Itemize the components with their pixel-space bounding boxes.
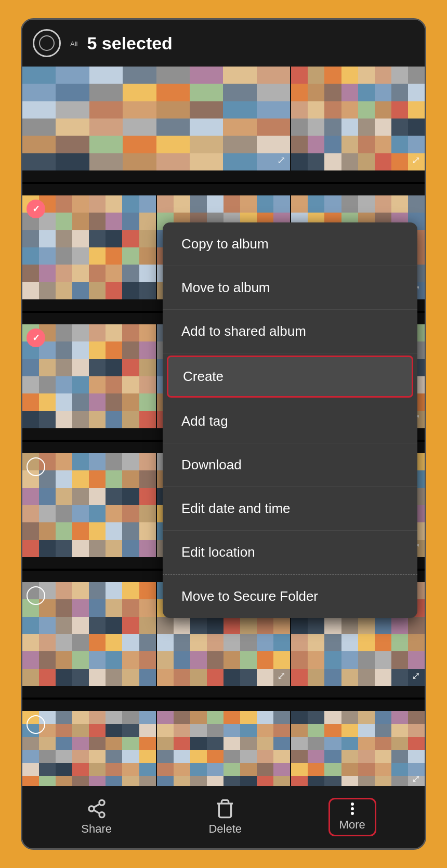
delete-button[interactable]: Delete — [198, 794, 252, 840]
svg-line-3 — [94, 810, 99, 814]
selected-count: 5 selected — [87, 33, 172, 54]
all-label: All — [70, 40, 77, 48]
photo-cell[interactable]: ✓ — [22, 195, 156, 299]
photo-cell[interactable] — [157, 711, 291, 789]
more-button[interactable]: More — [328, 798, 376, 836]
select-all-button[interactable] — [33, 29, 61, 57]
photo-cell[interactable]: ⤢ — [22, 67, 290, 170]
expand-icon: ⤢ — [412, 669, 420, 682]
trash-icon — [215, 798, 235, 819]
expand-icon: ⤢ — [412, 772, 420, 785]
check-selected[interactable]: ✓ — [27, 328, 45, 347]
share-label: Share — [81, 822, 112, 836]
photo-cell[interactable] — [22, 582, 156, 686]
menu-item-edit-date-time[interactable]: Edit date and time — [163, 487, 417, 531]
menu-item-move-to-album[interactable]: Move to album — [163, 266, 417, 310]
bottom-bar: Share Delete More — [22, 786, 425, 848]
check-selected[interactable]: ✓ — [27, 200, 45, 218]
svg-line-4 — [94, 804, 99, 808]
menu-item-move-secure-folder[interactable]: Move to Secure Folder — [163, 574, 417, 618]
expand-icon: ⤢ — [412, 154, 420, 166]
more-dots-icon — [351, 803, 354, 815]
header: All 5 selected — [22, 20, 425, 67]
expand-icon: ⤢ — [277, 669, 286, 682]
share-icon — [86, 798, 107, 819]
more-label: More — [339, 818, 365, 832]
share-button[interactable]: Share — [71, 794, 122, 840]
delete-label: Delete — [208, 822, 242, 836]
context-menu: Copy to album Move to album Add to share… — [163, 222, 417, 618]
svg-point-0 — [99, 800, 104, 805]
menu-item-copy-to-album[interactable]: Copy to album — [163, 222, 417, 266]
photo-cell[interactable]: ⤢ — [291, 711, 425, 789]
menu-item-download[interactable]: Download — [163, 443, 417, 487]
check-unselected[interactable] — [27, 586, 45, 605]
phone-frame: All 5 selected ⤢ — [21, 18, 426, 850]
photo-cell[interactable] — [22, 711, 156, 789]
photo-cell[interactable] — [22, 453, 156, 557]
menu-item-add-to-shared-album[interactable]: Add to shared album — [163, 310, 417, 353]
photo-cell[interactable]: ✓ — [22, 324, 156, 428]
svg-point-2 — [99, 812, 104, 818]
expand-icon: ⤢ — [277, 154, 286, 166]
menu-item-add-tag[interactable]: Add tag — [163, 400, 417, 443]
check-unselected[interactable] — [27, 715, 45, 734]
check-unselected[interactable] — [27, 457, 45, 476]
menu-item-edit-location[interactable]: Edit location — [163, 531, 417, 574]
photo-cell[interactable]: ⤢ — [291, 67, 425, 170]
svg-point-1 — [89, 806, 94, 811]
menu-item-create[interactable]: Create — [167, 356, 413, 398]
